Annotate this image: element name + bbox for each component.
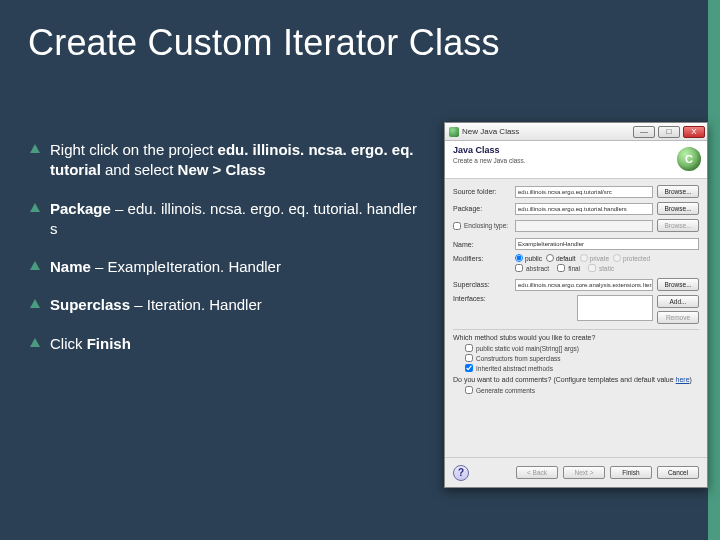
bullet-bold: Finish [87,335,131,352]
cancel-button[interactable]: Cancel [657,466,699,479]
stub-main-checkbox[interactable]: public static void main(String[] args) [465,344,699,352]
dialog-footer: ? < Back Next > Finish Cancel [445,457,707,487]
name-label: Name: [453,241,511,248]
enclosing-type-field [515,220,653,232]
accent-bar [708,0,720,540]
name-field[interactable]: ExampleIterationHandler [515,238,699,250]
dialog-title: New Java Class [462,127,630,136]
interfaces-label: Interfaces: [453,295,511,302]
remove-button: Remove [657,311,699,324]
stub-inherited-checkbox[interactable]: Inherited abstract methods [465,364,699,372]
help-button[interactable]: ? [453,465,469,481]
stub-super-ctor-checkbox[interactable]: Constructors from superclass [465,354,699,362]
modifier-abstract-checkbox[interactable]: abstract [515,264,549,272]
list-item: Package – edu. illinois. ncsa. ergo. eq.… [28,199,428,240]
modifier-final-checkbox[interactable]: final [557,264,580,272]
package-field[interactable]: edu.illinois.ncsa.ergo.eq.tutorial.handl… [515,203,653,215]
dialog-banner: Java Class Create a new Java class. C [445,141,707,179]
browse-button[interactable]: Browse... [657,202,699,215]
superclass-label: Superclass: [453,281,511,288]
superclass-field[interactable]: edu.illinois.ncsa.ergo.core.analysis.ext… [515,279,653,291]
maximize-button[interactable]: □ [658,126,680,138]
new-class-dialog: New Java Class — □ X Java Class Create a… [444,122,708,488]
modifier-private-radio: private [580,254,610,262]
bullet-bold: Name [50,258,91,275]
generate-comments-checkbox[interactable]: Generate comments [465,386,699,394]
bullet-bold: Package [50,200,111,217]
here-link[interactable]: here [676,376,690,383]
list-item: Name – ExampleIteration. Handler [28,257,428,277]
finish-button[interactable]: Finish [610,466,652,479]
add-button[interactable]: Add... [657,295,699,308]
modifier-static-checkbox: static [588,264,614,272]
bullet-text: – ExampleIteration. Handler [91,258,281,275]
source-folder-field[interactable]: edu.illinois.ncsa.ergo.eq.tutorial/src [515,186,653,198]
package-label: Package: [453,205,511,212]
source-folder-label: Source folder: [453,188,511,195]
enclosing-type-label: Enclosing type: [464,222,508,229]
stubs-question: Which method stubs would you like to cre… [453,334,699,341]
browse-button[interactable]: Browse... [657,185,699,198]
browse-button: Browse... [657,219,699,232]
class-badge-icon: C [677,147,701,171]
bullet-text: Right click on the project [50,141,218,158]
close-button[interactable]: X [683,126,705,138]
interfaces-listbox[interactable] [577,295,653,321]
bullet-bold: New > Class [178,161,266,178]
modifiers-label: Modifiers: [453,255,511,262]
minimize-button[interactable]: — [633,126,655,138]
java-class-icon [449,127,459,137]
dialog-titlebar[interactable]: New Java Class — □ X [445,123,707,141]
browse-button[interactable]: Browse... [657,278,699,291]
next-button: Next > [563,466,605,479]
slide-title: Create Custom Iterator Class [28,22,500,64]
modifier-default-radio[interactable]: default [546,254,576,262]
dialog-body: Source folder: edu.illinois.ncsa.ergo.eq… [445,179,707,394]
enclosing-type-checkbox[interactable]: Enclosing type: [453,222,511,230]
list-item: Click Finish [28,334,428,354]
modifier-protected-radio: protected [613,254,650,262]
modifier-public-radio[interactable]: public [515,254,542,262]
bullet-text: and select [101,161,178,178]
list-item: Right click on the project edu. illinois… [28,140,428,181]
bullet-bold: Superclass [50,296,130,313]
bullet-list: Right click on the project edu. illinois… [28,140,428,372]
method-stubs-group: Which method stubs would you like to cre… [453,329,699,394]
banner-heading: Java Class [453,145,699,155]
comments-question: Do you want to add comments? (Configure … [453,376,699,383]
bullet-text: Click [50,335,87,352]
back-button: < Back [516,466,558,479]
banner-subtext: Create a new Java class. [453,157,699,164]
list-item: Superclass – Iteration. Handler [28,295,428,315]
bullet-text: – Iteration. Handler [130,296,262,313]
